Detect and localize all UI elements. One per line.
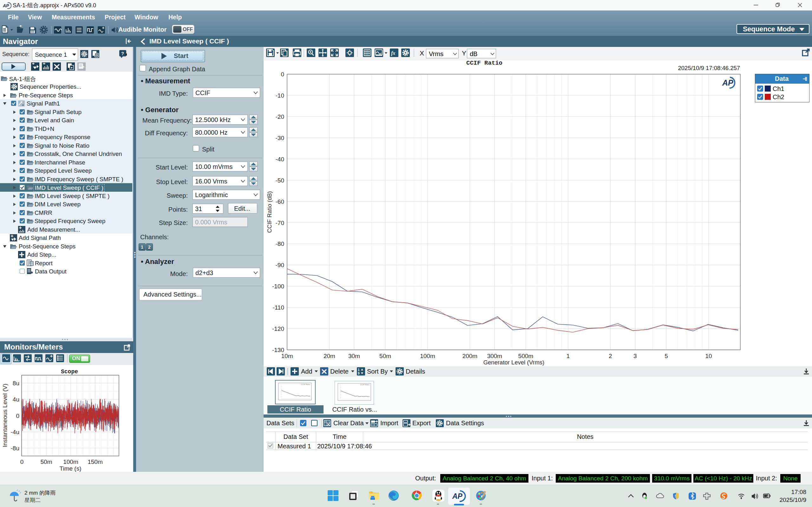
svg-text:50m: 50m bbox=[41, 458, 52, 465]
svg-text:100m: 100m bbox=[420, 353, 435, 359]
svg-text:-4u: -4u bbox=[11, 429, 19, 435]
svg-text:Generator Level (Vrms): Generator Level (Vrms) bbox=[484, 359, 545, 366]
svg-text:9: 9 bbox=[358, 372, 360, 375]
svg-text:Add: Add bbox=[301, 368, 312, 375]
svg-text:30m: 30m bbox=[348, 353, 360, 359]
svg-text:!: ! bbox=[675, 494, 676, 498]
svg-text:-80: -80 bbox=[275, 240, 284, 247]
svg-text:100m: 100m bbox=[63, 458, 78, 465]
svg-text:-30: -30 bbox=[275, 135, 284, 141]
svg-text:-8u: -8u bbox=[11, 445, 19, 452]
svg-text:-20: -20 bbox=[275, 113, 284, 120]
svg-text:0: 0 bbox=[20, 458, 24, 465]
svg-text:4u: 4u bbox=[13, 396, 19, 403]
svg-text:200m: 200m bbox=[462, 353, 478, 359]
svg-text:Delete: Delete bbox=[330, 368, 349, 375]
svg-text:150m: 150m bbox=[88, 458, 103, 465]
svg-text:-60: -60 bbox=[275, 199, 284, 205]
svg-text:?: ? bbox=[121, 51, 124, 56]
svg-text:Y: Y bbox=[462, 49, 466, 57]
svg-text:20m: 20m bbox=[323, 353, 335, 359]
svg-text:CCIF Ratio: CCIF Ratio bbox=[301, 383, 310, 385]
svg-text:1: 1 bbox=[566, 353, 570, 359]
svg-text:8u: 8u bbox=[13, 380, 19, 387]
svg-text:Scope: Scope bbox=[61, 369, 78, 375]
svg-text:CCIF Ratio: CCIF Ratio bbox=[360, 384, 369, 386]
svg-text:Sort By: Sort By bbox=[367, 368, 388, 375]
svg-text:Details: Details bbox=[406, 368, 425, 375]
svg-text:AP: AP bbox=[3, 3, 9, 8]
svg-text:fx: fx bbox=[391, 50, 395, 56]
svg-text:5: 5 bbox=[664, 353, 668, 359]
svg-text:-50: -50 bbox=[275, 177, 284, 184]
svg-text:-120: -120 bbox=[272, 326, 284, 332]
svg-text:10: 10 bbox=[705, 353, 712, 359]
svg-text:-70: -70 bbox=[275, 220, 284, 226]
svg-text:AP: AP bbox=[722, 78, 733, 87]
svg-text:500m: 500m bbox=[518, 353, 534, 359]
svg-text:1: 1 bbox=[358, 368, 360, 372]
svg-text:X: X bbox=[420, 49, 424, 57]
svg-text:2: 2 bbox=[609, 353, 612, 359]
svg-text:-40: -40 bbox=[275, 156, 284, 163]
svg-text:Data Settings: Data Settings bbox=[446, 419, 484, 427]
svg-text:300m: 300m bbox=[487, 353, 502, 359]
svg-text:3: 3 bbox=[633, 353, 637, 359]
svg-text:AP: AP bbox=[452, 492, 463, 500]
svg-text:CCIF Ratio (dB): CCIF Ratio (dB) bbox=[266, 191, 273, 233]
svg-text:Time (s): Time (s) bbox=[60, 465, 82, 472]
svg-text:-10: -10 bbox=[275, 92, 284, 99]
svg-text:Export: Export bbox=[412, 419, 431, 427]
svg-text:0: 0 bbox=[16, 412, 19, 419]
svg-text:-130: -130 bbox=[272, 347, 284, 353]
svg-text:-90: -90 bbox=[275, 262, 284, 268]
svg-text:Import: Import bbox=[380, 419, 398, 427]
svg-text:Instantaneous Level (V): Instantaneous Level (V) bbox=[2, 384, 8, 447]
svg-text:0: 0 bbox=[281, 71, 284, 78]
svg-text:10m: 10m bbox=[281, 353, 293, 359]
svg-text:50m: 50m bbox=[379, 353, 391, 359]
svg-text:-110: -110 bbox=[272, 304, 284, 311]
svg-text:-100: -100 bbox=[272, 283, 284, 290]
svg-text:Clear Data: Clear Data bbox=[334, 419, 364, 427]
